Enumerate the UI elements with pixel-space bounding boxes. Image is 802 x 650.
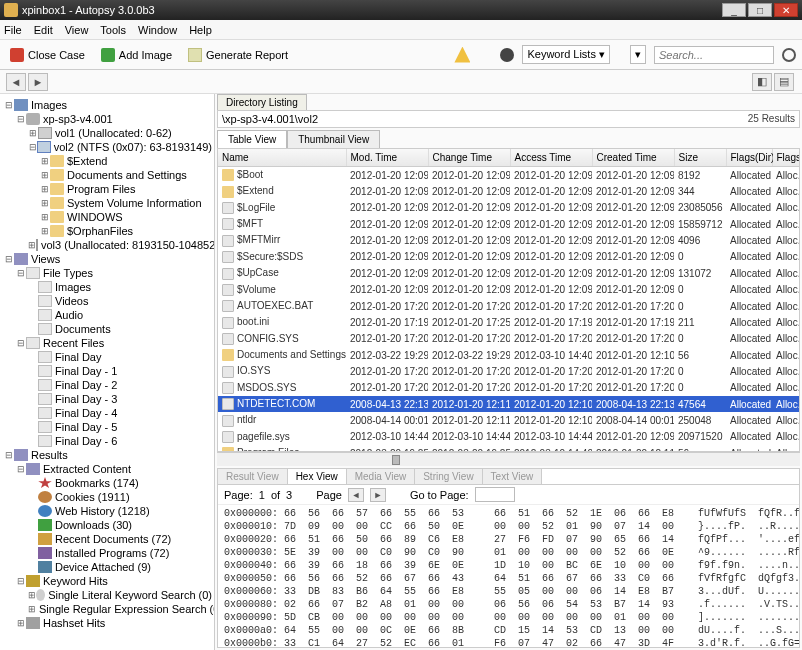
tree-item[interactable]: ⊟vol2 (NTFS (0x07): 63-8193149)	[2, 140, 212, 154]
menu-edit[interactable]: Edit	[34, 24, 53, 36]
hex-tab-string-view[interactable]: String View	[415, 469, 482, 484]
hex-tab-hex-view[interactable]: Hex View	[288, 469, 347, 484]
warning-icon[interactable]	[454, 47, 470, 63]
horizontal-scrollbar[interactable]	[217, 452, 800, 466]
table-row[interactable]: NTDETECT.COM2008-04-13 22:13:042012-01-2…	[218, 396, 800, 412]
table-row[interactable]: ntldr2008-04-14 00:01:442012-01-20 12:11…	[218, 412, 800, 428]
expand-icon[interactable]: ⊞	[40, 226, 50, 236]
expand-icon[interactable]: ⊞	[40, 198, 50, 208]
tree-item[interactable]: Final Day - 6	[2, 434, 212, 448]
tree-item[interactable]: ⊞vol3 (Unallocated: 8193150-10485215)	[2, 238, 212, 252]
expand-icon[interactable]: ⊟	[16, 114, 26, 124]
table-row[interactable]: $Volume2012-01-20 12:09:032012-01-20 12:…	[218, 282, 800, 298]
expand-icon[interactable]: ⊞	[40, 156, 50, 166]
table-row[interactable]: boot.ini2012-01-20 17:19:252012-01-20 17…	[218, 314, 800, 330]
menu-window[interactable]: Window	[138, 24, 177, 36]
table-row[interactable]: pagefile.sys2012-03-10 14:44:292012-03-1…	[218, 429, 800, 445]
table-row[interactable]: $MFTMirr2012-01-20 12:09:032012-01-20 12…	[218, 232, 800, 248]
tree-item[interactable]: ⊞WINDOWS	[2, 210, 212, 224]
tree-item[interactable]: Recent Documents (72)	[2, 532, 212, 546]
tree-item[interactable]: ⊟Extracted Content	[2, 462, 212, 476]
table-row[interactable]: $LogFile2012-01-20 12:09:032012-01-20 12…	[218, 200, 800, 216]
search-input[interactable]	[654, 46, 774, 64]
column-header[interactable]: Size	[674, 149, 726, 167]
tree-item[interactable]: Images	[2, 280, 212, 294]
keyword-lists-dropdown[interactable]: Keyword Lists ▾	[522, 45, 610, 64]
table-view-tab[interactable]: Table View	[217, 130, 287, 148]
thumbnail-view-tab[interactable]: Thumbnail View	[287, 130, 380, 148]
table-row[interactable]: $MFT2012-01-20 12:09:032012-01-20 12:09:…	[218, 216, 800, 232]
expand-icon[interactable]: ⊞	[28, 240, 36, 250]
tree-item[interactable]: ⊞Single Regular Expression Search (0)	[2, 602, 212, 616]
directory-listing-tab[interactable]: Directory Listing	[217, 94, 307, 110]
tree-item[interactable]: Final Day	[2, 350, 212, 364]
tree-item[interactable]: ⊞Hashset Hits	[2, 616, 212, 630]
tree-item[interactable]: ⊞vol1 (Unallocated: 0-62)	[2, 126, 212, 140]
tree-item[interactable]: Cookies (1911)	[2, 490, 212, 504]
tree-item[interactable]: Audio	[2, 308, 212, 322]
table-row[interactable]: $Secure:$SDS2012-01-20 12:09:032012-01-2…	[218, 249, 800, 265]
expand-icon[interactable]: ⊟	[28, 142, 37, 152]
tree-item[interactable]: ⊞Documents and Settings	[2, 168, 212, 182]
table-row[interactable]: Program Files2012-03-20 19:25:022012-03-…	[218, 445, 800, 452]
tree-item[interactable]: ⊞System Volume Information	[2, 196, 212, 210]
tree-item[interactable]: Final Day - 3	[2, 392, 212, 406]
tree-item[interactable]: Final Day - 4	[2, 406, 212, 420]
tree-item[interactable]: Downloads (30)	[2, 518, 212, 532]
expand-icon[interactable]: ⊟	[16, 576, 26, 586]
search-icon[interactable]	[782, 48, 796, 62]
menu-file[interactable]: File	[4, 24, 22, 36]
nav-forward-button[interactable]: ►	[28, 73, 48, 91]
hex-tab-media-view[interactable]: Media View	[347, 469, 416, 484]
nav-back-button[interactable]: ◄	[6, 73, 26, 91]
expand-icon[interactable]: ⊟	[4, 450, 14, 460]
column-header[interactable]: Flags(Dir)	[726, 149, 772, 167]
close-case-button[interactable]: Close Case	[6, 46, 89, 64]
menu-help[interactable]: Help	[189, 24, 212, 36]
tree-item[interactable]: Final Day - 5	[2, 420, 212, 434]
minimize-button[interactable]: _	[722, 3, 746, 17]
tree-item[interactable]: Device Attached (9)	[2, 560, 212, 574]
expand-icon[interactable]: ⊟	[4, 100, 14, 110]
table-row[interactable]: CONFIG.SYS2012-01-20 17:20:492012-01-20 …	[218, 331, 800, 347]
table-row[interactable]: MSDOS.SYS2012-01-20 17:20:492012-01-20 1…	[218, 380, 800, 396]
tree-item[interactable]: ⊟xp-sp3-v4.001	[2, 112, 212, 126]
expand-icon[interactable]: ⊞	[28, 590, 36, 600]
expand-icon[interactable]: ⊟	[4, 254, 14, 264]
keyword-type-dropdown[interactable]: ▾	[630, 45, 646, 64]
add-image-button[interactable]: Add Image	[97, 46, 176, 64]
tree-item[interactable]: ⊞Single Literal Keyword Search (0)	[2, 588, 212, 602]
column-header[interactable]: Change Time	[428, 149, 510, 167]
hex-content[interactable]: 0x000000: 66 56 66 57 66 55 66 53 66 51 …	[218, 505, 799, 647]
hex-tab-result-view[interactable]: Result View	[218, 469, 288, 484]
tree-item[interactable]: ⊟Keyword Hits	[2, 574, 212, 588]
column-header[interactable]: Created Time	[592, 149, 674, 167]
tree-item[interactable]: ⊞$OrphanFiles	[2, 224, 212, 238]
column-header[interactable]: Mod. Time	[346, 149, 428, 167]
tree-item[interactable]: Installed Programs (72)	[2, 546, 212, 560]
tree-item[interactable]: ⊞Program Files	[2, 182, 212, 196]
expand-icon[interactable]: ⊞	[40, 170, 50, 180]
expand-icon[interactable]: ⊟	[16, 464, 26, 474]
table-row[interactable]: IO.SYS2012-01-20 17:20:492012-01-20 17:2…	[218, 363, 800, 379]
expand-icon[interactable]: ⊟	[16, 268, 26, 278]
column-header[interactable]: Access Time	[510, 149, 592, 167]
list-button[interactable]: ▤	[774, 73, 794, 91]
page-prev-button[interactable]: ◄	[348, 488, 364, 502]
pin-button[interactable]: ◧	[752, 73, 772, 91]
menu-view[interactable]: View	[65, 24, 89, 36]
table-row[interactable]: Documents and Settings2012-03-22 19:29:5…	[218, 347, 800, 363]
maximize-button[interactable]: □	[748, 3, 772, 17]
close-button[interactable]: ✕	[774, 3, 798, 17]
expand-icon[interactable]: ⊞	[28, 604, 36, 614]
table-row[interactable]: $Boot2012-01-20 12:09:032012-01-20 12:09…	[218, 167, 800, 184]
tree-item[interactable]: Final Day - 2	[2, 378, 212, 392]
tree-item[interactable]: Videos	[2, 294, 212, 308]
column-header[interactable]: Name	[218, 149, 346, 167]
expand-icon[interactable]: ⊟	[16, 338, 26, 348]
tree-item[interactable]: ⊞$Extend	[2, 154, 212, 168]
tree-item[interactable]: ⊟Recent Files	[2, 336, 212, 350]
page-next-button[interactable]: ►	[370, 488, 386, 502]
tree-panel[interactable]: ⊟Images⊟xp-sp3-v4.001⊞vol1 (Unallocated:…	[0, 94, 215, 650]
column-header[interactable]: Flags...	[772, 149, 800, 167]
